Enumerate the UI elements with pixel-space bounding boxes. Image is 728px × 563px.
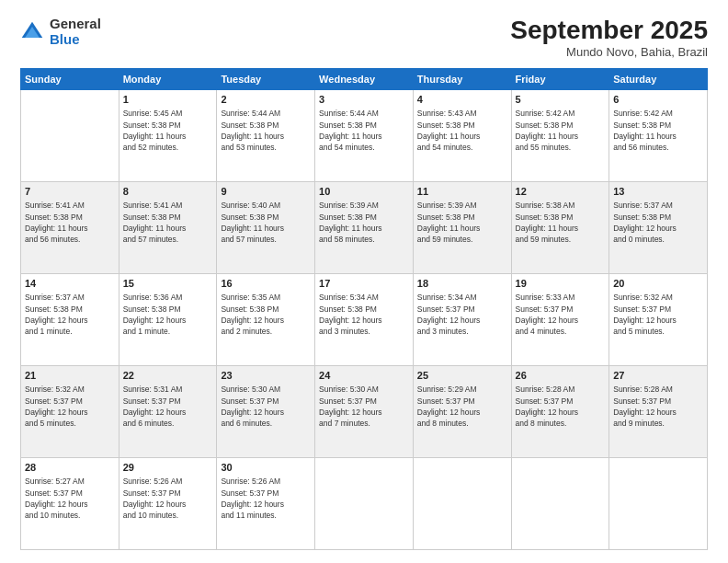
day-info: Sunrise: 5:30 AM Sunset: 5:37 PM Dayligh… [221,384,311,429]
day-info: Sunrise: 5:37 AM Sunset: 5:38 PM Dayligh… [613,200,703,245]
table-row [511,457,609,549]
day-info: Sunrise: 5:27 AM Sunset: 5:37 PM Dayligh… [25,476,115,521]
day-number: 30 [221,461,311,475]
logo-text: General Blue [50,17,101,47]
day-number: 13 [613,185,703,199]
day-info: Sunrise: 5:43 AM Sunset: 5:38 PM Dayligh… [417,108,507,153]
day-info: Sunrise: 5:34 AM Sunset: 5:38 PM Dayligh… [319,292,409,337]
table-row: 14Sunrise: 5:37 AM Sunset: 5:38 PM Dayli… [21,273,119,365]
calendar-week-row: 7Sunrise: 5:41 AM Sunset: 5:38 PM Daylig… [21,181,708,273]
col-wednesday: Wednesday [315,68,414,89]
day-number: 14 [25,277,115,291]
table-row: 18Sunrise: 5:34 AM Sunset: 5:37 PM Dayli… [413,273,511,365]
calendar: Sunday Monday Tuesday Wednesday Thursday… [20,68,708,550]
logo: General Blue [20,17,101,47]
day-info: Sunrise: 5:41 AM Sunset: 5:38 PM Dayligh… [25,200,115,245]
table-row: 26Sunrise: 5:28 AM Sunset: 5:37 PM Dayli… [511,365,609,457]
day-info: Sunrise: 5:41 AM Sunset: 5:38 PM Dayligh… [123,200,213,245]
table-row: 17Sunrise: 5:34 AM Sunset: 5:38 PM Dayli… [315,273,414,365]
day-number: 4 [417,93,507,107]
day-info: Sunrise: 5:39 AM Sunset: 5:38 PM Dayligh… [417,200,507,245]
table-row [315,457,414,549]
calendar-week-row: 1Sunrise: 5:45 AM Sunset: 5:38 PM Daylig… [21,89,708,181]
table-row: 25Sunrise: 5:29 AM Sunset: 5:37 PM Dayli… [413,365,511,457]
day-number: 6 [613,93,703,107]
col-tuesday: Tuesday [217,68,315,89]
day-number: 26 [516,369,606,383]
table-row: 22Sunrise: 5:31 AM Sunset: 5:37 PM Dayli… [119,365,217,457]
day-info: Sunrise: 5:30 AM Sunset: 5:37 PM Dayligh… [319,384,409,429]
day-number: 21 [25,369,115,383]
day-info: Sunrise: 5:34 AM Sunset: 5:37 PM Dayligh… [417,292,507,337]
location: Mundo Novo, Bahia, Brazil [510,45,708,59]
table-row: 8Sunrise: 5:41 AM Sunset: 5:38 PM Daylig… [119,181,217,273]
day-info: Sunrise: 5:45 AM Sunset: 5:38 PM Dayligh… [123,108,213,153]
day-info: Sunrise: 5:26 AM Sunset: 5:37 PM Dayligh… [221,476,311,521]
table-row [609,457,708,549]
day-number: 25 [417,369,507,383]
table-row: 6Sunrise: 5:42 AM Sunset: 5:38 PM Daylig… [609,89,708,181]
day-number: 11 [417,185,507,199]
table-row: 27Sunrise: 5:28 AM Sunset: 5:37 PM Dayli… [609,365,708,457]
day-info: Sunrise: 5:32 AM Sunset: 5:37 PM Dayligh… [613,292,703,337]
logo-icon [20,20,44,44]
day-number: 22 [123,369,213,383]
table-row: 4Sunrise: 5:43 AM Sunset: 5:38 PM Daylig… [413,89,511,181]
table-row: 15Sunrise: 5:36 AM Sunset: 5:38 PM Dayli… [119,273,217,365]
table-row: 1Sunrise: 5:45 AM Sunset: 5:38 PM Daylig… [119,89,217,181]
day-number: 10 [319,185,409,199]
calendar-week-row: 28Sunrise: 5:27 AM Sunset: 5:37 PM Dayli… [21,457,708,549]
day-number: 16 [221,277,311,291]
col-saturday: Saturday [609,68,708,89]
table-row: 28Sunrise: 5:27 AM Sunset: 5:37 PM Dayli… [21,457,119,549]
day-number: 23 [221,369,311,383]
col-thursday: Thursday [413,68,511,89]
day-number: 7 [25,185,115,199]
col-sunday: Sunday [21,68,119,89]
day-info: Sunrise: 5:40 AM Sunset: 5:38 PM Dayligh… [221,200,311,245]
day-info: Sunrise: 5:37 AM Sunset: 5:38 PM Dayligh… [25,292,115,337]
day-number: 29 [123,461,213,475]
day-number: 20 [613,277,703,291]
table-row: 13Sunrise: 5:37 AM Sunset: 5:38 PM Dayli… [609,181,708,273]
day-info: Sunrise: 5:28 AM Sunset: 5:37 PM Dayligh… [516,384,606,429]
table-row: 16Sunrise: 5:35 AM Sunset: 5:38 PM Dayli… [217,273,315,365]
day-info: Sunrise: 5:42 AM Sunset: 5:38 PM Dayligh… [516,108,606,153]
day-info: Sunrise: 5:39 AM Sunset: 5:38 PM Dayligh… [319,200,409,245]
col-monday: Monday [119,68,217,89]
table-row: 29Sunrise: 5:26 AM Sunset: 5:37 PM Dayli… [119,457,217,549]
calendar-week-row: 21Sunrise: 5:32 AM Sunset: 5:37 PM Dayli… [21,365,708,457]
table-row: 9Sunrise: 5:40 AM Sunset: 5:38 PM Daylig… [217,181,315,273]
day-info: Sunrise: 5:28 AM Sunset: 5:37 PM Dayligh… [613,384,703,429]
table-row [21,89,119,181]
day-number: 17 [319,277,409,291]
day-number: 24 [319,369,409,383]
day-number: 3 [319,93,409,107]
calendar-header-row: Sunday Monday Tuesday Wednesday Thursday… [21,68,708,89]
table-row: 24Sunrise: 5:30 AM Sunset: 5:37 PM Dayli… [315,365,414,457]
table-row: 19Sunrise: 5:33 AM Sunset: 5:37 PM Dayli… [511,273,609,365]
day-number: 2 [221,93,311,107]
day-info: Sunrise: 5:44 AM Sunset: 5:38 PM Dayligh… [221,108,311,153]
table-row: 2Sunrise: 5:44 AM Sunset: 5:38 PM Daylig… [217,89,315,181]
day-number: 15 [123,277,213,291]
day-number: 19 [516,277,606,291]
table-row: 23Sunrise: 5:30 AM Sunset: 5:37 PM Dayli… [217,365,315,457]
logo-general: General [50,17,101,32]
day-info: Sunrise: 5:36 AM Sunset: 5:38 PM Dayligh… [123,292,213,337]
day-number: 18 [417,277,507,291]
day-info: Sunrise: 5:33 AM Sunset: 5:37 PM Dayligh… [516,292,606,337]
day-info: Sunrise: 5:32 AM Sunset: 5:37 PM Dayligh… [25,384,115,429]
table-row: 7Sunrise: 5:41 AM Sunset: 5:38 PM Daylig… [21,181,119,273]
day-info: Sunrise: 5:31 AM Sunset: 5:37 PM Dayligh… [123,384,213,429]
day-info: Sunrise: 5:35 AM Sunset: 5:38 PM Dayligh… [221,292,311,337]
table-row: 21Sunrise: 5:32 AM Sunset: 5:37 PM Dayli… [21,365,119,457]
table-row: 12Sunrise: 5:38 AM Sunset: 5:38 PM Dayli… [511,181,609,273]
table-row: 30Sunrise: 5:26 AM Sunset: 5:37 PM Dayli… [217,457,315,549]
table-row [413,457,511,549]
title-block: September 2025 Mundo Novo, Bahia, Brazil [510,17,708,59]
day-info: Sunrise: 5:44 AM Sunset: 5:38 PM Dayligh… [319,108,409,153]
table-row: 5Sunrise: 5:42 AM Sunset: 5:38 PM Daylig… [511,89,609,181]
day-info: Sunrise: 5:29 AM Sunset: 5:37 PM Dayligh… [417,384,507,429]
day-info: Sunrise: 5:26 AM Sunset: 5:37 PM Dayligh… [123,476,213,521]
